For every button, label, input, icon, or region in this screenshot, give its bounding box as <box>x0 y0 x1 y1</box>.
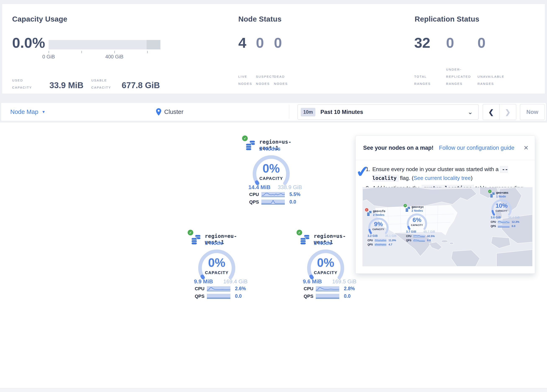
locality-node-count: 2 Nodes <box>373 213 384 217</box>
popup-header: See your nodes on a map! Follow our conf… <box>356 136 535 160</box>
instruction-step-1: 1. Ensure every node in your cluster was… <box>363 165 529 183</box>
region-node-count[interactable]: 1 Node <box>205 240 223 246</box>
used-value: 3.6 GiB <box>491 216 501 219</box>
cpu-value: 42.5% <box>427 234 435 238</box>
database-icon <box>191 234 201 245</box>
example-world-map: 1 geo=sfo 2 Nodes 9% CAPACITY 3.2 GiB 35… <box>362 187 533 266</box>
qps-value: 0.0 <box>512 225 515 228</box>
qps-sparkline <box>375 243 386 246</box>
breadcrumb-label: Cluster <box>164 109 184 115</box>
capacity-percent: 6% <box>406 217 428 223</box>
status-ok-badge: ✓ <box>242 136 248 141</box>
mini-card-geo-sfo[interactable]: 1 geo=sfo 2 Nodes 9% CAPACITY 3.2 GiB 35… <box>365 207 397 247</box>
total-capacity-value: 35.1 GiB <box>385 234 397 237</box>
total-capacity-value: 169.5 GiB <box>332 278 356 285</box>
mini-card-geo-nyc[interactable]: ✓ geo=nyc 2 Nodes 6% CAPACITY 3.7 GiB 65… <box>403 203 435 243</box>
qps-value: 0.0 <box>235 293 242 299</box>
cpu-label: CPU <box>406 235 413 238</box>
time-range-dropdown[interactable]: 10m Past 10 Minutes ⌄ <box>298 104 479 120</box>
replication-status-title: Replication Status <box>415 15 479 23</box>
cpu-sparkline <box>316 286 339 291</box>
capacity-percent: 9% <box>368 221 389 228</box>
locality-title: geo=nyc <box>411 205 424 209</box>
total-capacity-value: 65.7 GiB <box>424 230 435 233</box>
capacity-usage-bar-reserved <box>147 40 160 49</box>
region-card-eu-west-1[interactable]: ✓ region=eu-west-1 1 Node 0% CAPACITY 9.… <box>184 229 248 302</box>
live-nodes-label: LIVE NODES <box>238 73 252 87</box>
capacity-gauge: 10% CAPACITY <box>491 199 513 216</box>
time-step-forward-button[interactable]: ❯ <box>499 104 516 120</box>
cpu-label: CPU <box>368 239 375 242</box>
cpu-sparkline <box>498 220 510 223</box>
live-nodes-value: 4 <box>238 34 246 51</box>
capacity-percent: 0% <box>197 256 237 269</box>
region-node-count[interactable]: 2 Nodes <box>259 145 280 152</box>
axis-tick-label: 400 GiB <box>98 54 131 60</box>
warning-count: 1 <box>366 209 367 211</box>
used-capacity-label: USED CAPACITY <box>12 77 32 91</box>
step-text: Ensure every node in your cluster was st… <box>372 165 529 183</box>
step-text-fragment: Ensure every node in your cluster was st… <box>372 166 500 172</box>
breadcrumb[interactable]: Cluster <box>156 103 184 121</box>
region-node-count[interactable]: 1 Node <box>314 240 332 246</box>
cpu-value: 2.6% <box>235 286 246 291</box>
used-value: 14.4 MiB <box>248 184 271 191</box>
configuration-guide-link[interactable]: Follow our configuration guide <box>439 145 514 151</box>
capacity-percent: 0% <box>251 161 291 175</box>
close-icon[interactable]: ✕ <box>524 144 529 151</box>
time-range-label: Past 10 Minutes <box>320 109 363 115</box>
footer-strip <box>0 388 547 392</box>
qps-sparkline <box>261 199 285 205</box>
total-capacity-value: 34.4 GiB <box>508 216 520 219</box>
qps-label: QPS <box>406 239 413 242</box>
region-card-us-east-1[interactable]: ✓ region=us-east-1 2 Nodes 0% CAPACITY 1… <box>239 135 303 208</box>
cpu-value: 12.3% <box>512 220 519 223</box>
suspect-nodes-label: SUSPECT NODES <box>256 73 274 87</box>
time-step-buttons: ❮ ❯ <box>483 104 516 120</box>
qps-value: 4.7 <box>389 243 392 246</box>
qps-sparkline <box>498 225 510 227</box>
unavailable-ranges-label: UNAVAILABLE RANGES <box>478 73 505 87</box>
qps-value: 0.0 <box>427 239 431 242</box>
capacity-label: CAPACITY <box>251 176 291 181</box>
used-capacity-value: 33.9 MiB <box>49 81 83 90</box>
check-icon: ✓ <box>298 231 301 234</box>
locality-tree-link[interactable]: See current locality tree <box>414 175 471 181</box>
usable-capacity-value: 677.8 GiB <box>122 81 160 90</box>
cpu-label: CPU <box>195 286 207 291</box>
status-ok-badge: ✓ <box>488 190 492 193</box>
capacity-gauge: 0% CAPACITY <box>306 248 346 280</box>
mini-card-geo-ams[interactable]: ✓ geo=ams 1 Node 10% CAPACITY 3.6 GiB 34… <box>488 189 520 229</box>
region-card-us-west-1[interactable]: ✓ region=us-west-1 1 Node 0% CAPACITY 9.… <box>293 229 357 302</box>
qps-value: 0.0 <box>344 293 351 299</box>
cluster-summary-panel: Capacity Usage 0.0% 0 GiB 400 GiB USED C… <box>2 4 545 94</box>
node-map-canvas: ✓ region=us-east-1 2 Nodes 0% CAPACITY 1… <box>0 123 547 388</box>
popup-title: See your nodes on a map! <box>363 145 433 151</box>
cpu-value: 2.8% <box>344 286 355 291</box>
cpu-label: CPU <box>491 220 498 223</box>
now-button[interactable]: Now <box>520 104 545 120</box>
cpu-label: CPU <box>249 192 261 197</box>
capacity-label: CAPACITY <box>197 270 237 275</box>
capacity-label: CAPACITY <box>491 210 513 212</box>
capacity-label: CAPACITY <box>368 228 389 231</box>
usable-capacity-label: USABLE CAPACITY <box>91 77 111 91</box>
under-replicated-ranges-value: 0 <box>446 34 454 51</box>
capacity-usage-bar <box>48 40 160 49</box>
check-icon: ✓ <box>404 205 406 207</box>
unavailable-ranges-value: 0 <box>478 34 485 51</box>
qps-value: 0.0 <box>289 199 296 205</box>
database-icon <box>367 211 372 216</box>
axis-tick <box>114 51 115 53</box>
axis-tick <box>82 51 82 53</box>
status-warning-badge: 1 <box>365 208 368 212</box>
cpu-sparkline <box>207 286 230 291</box>
check-icon: ✓ <box>189 231 192 234</box>
database-icon <box>405 206 410 212</box>
axis-tick <box>147 51 148 53</box>
check-icon: ✓ <box>244 137 246 140</box>
time-step-back-button[interactable]: ❮ <box>483 104 499 120</box>
time-range-chip: 10m <box>301 108 315 117</box>
view-selector-dropdown[interactable]: Node Map ▾ <box>10 103 45 121</box>
capacity-gauge: 9% CAPACITY <box>368 217 389 234</box>
